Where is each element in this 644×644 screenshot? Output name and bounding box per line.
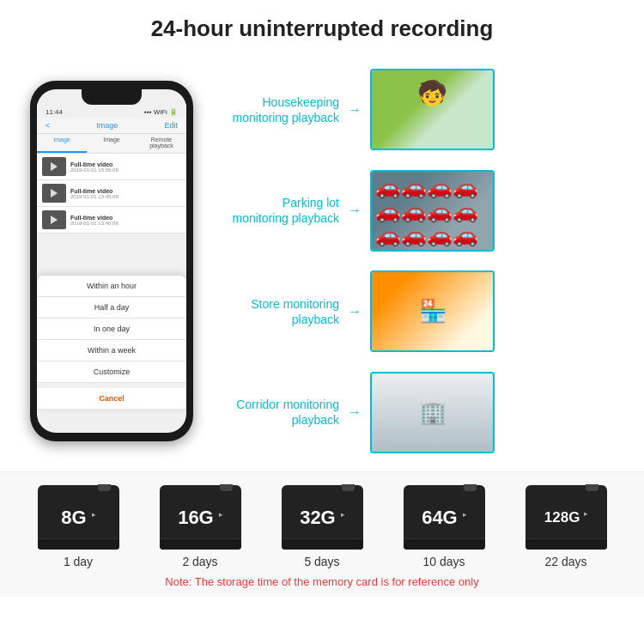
sd-card-64g: 64G ▸: [404, 485, 485, 550]
monitoring-label-store: Store monitoringplayback: [215, 296, 339, 327]
list-text-3: Full-time video 2019-01-01 13:40:08: [70, 215, 181, 226]
sd-label-16g: 16G ▸: [178, 507, 222, 529]
dropdown-cancel[interactable]: Cancel: [37, 383, 186, 409]
list-date-2: 2019-01-01 13:45:08: [70, 194, 181, 199]
monitoring-row-parking: Parking lotmonitoring playback → 🚗🚗🚗🚗🚗🚗🚗…: [215, 170, 627, 252]
thumb-1: [42, 157, 66, 176]
page-title: 24-hour uninterrupted recording: [0, 0, 644, 51]
dropdown-customize[interactable]: Customize: [37, 361, 186, 383]
phone-nav-bar: < Image Edit: [37, 118, 186, 134]
sd-label-32g: 32G ▸: [300, 507, 344, 529]
sd-label-64g: 64G ▸: [422, 507, 466, 529]
list-item-3: Full-time video 2019-01-01 13:40:08: [37, 207, 186, 234]
monitoring-row-store: Store monitoringplayback → 🏪: [215, 270, 627, 352]
sd-card-item-128g: 128G ▸ 22 days: [526, 485, 607, 568]
sd-card-16g: 16G ▸: [160, 485, 241, 550]
sd-label-8g: 8G ▸: [61, 507, 94, 529]
phone-time: 11:44: [46, 108, 63, 116]
list-date-3: 2019-01-01 13:40:08: [70, 221, 181, 226]
sd-days-64g: 10 days: [422, 555, 465, 568]
img-housekeeping-visual: [372, 70, 493, 149]
monitoring-arrow-parking: →: [348, 203, 361, 218]
monitoring-arrow-corridor: →: [348, 404, 361, 420]
tab-remote-playback[interactable]: Remote playback: [137, 134, 186, 153]
play-icon-2: [51, 189, 58, 197]
monitoring-img-corridor: 🏢: [370, 372, 495, 453]
list-title-1: Full-time video: [70, 161, 181, 167]
dropdown-within-hour[interactable]: Within an hour: [37, 276, 186, 297]
play-icon-3: [51, 216, 58, 224]
play-icon-1: [51, 162, 58, 171]
phone-notch: [82, 89, 142, 105]
list-item-2: Full-time video 2019-01-01 13:45:08: [37, 180, 186, 207]
monitoring-arrow-housekeeping: →: [348, 102, 361, 118]
sd-days-128g: 22 days: [544, 555, 586, 568]
bottom-section: 8G ▸ 1 day 16G ▸ 2 days 32G ▸ 5 days 64G…: [0, 471, 644, 597]
phone-nav-title: Image: [96, 121, 118, 130]
list-text-2: Full-time video 2019-01-01 13:45:08: [70, 188, 181, 199]
tab-image[interactable]: Image: [37, 134, 87, 153]
sd-card-8g: 8G ▸: [38, 485, 119, 550]
phone-section: 11:44 ▪▪▪ WiFi 🔋 < Image Edit Image Imag…: [17, 51, 206, 471]
monitoring-row-housekeeping: Housekeepingmonitoring playback →: [215, 69, 627, 150]
sd-card-item-32g: 32G ▸ 5 days: [282, 485, 363, 568]
monitoring-label-housekeeping: Housekeepingmonitoring playback: [215, 94, 339, 125]
phone-dropdown: Within an hour Half a day In one day Wit…: [37, 276, 186, 409]
img-store-visual: 🏪: [372, 272, 493, 350]
list-title-2: Full-time video: [70, 188, 181, 194]
list-title-3: Full-time video: [70, 215, 181, 221]
monitoring-row-corridor: Corridor monitoringplayback → 🏢: [215, 372, 627, 453]
note-text: Note: The storage time of the memory car…: [17, 575, 627, 588]
list-text-1: Full-time video 2019-01-01 15:55:08: [70, 161, 181, 173]
sd-card-item-8g: 8G ▸ 1 day: [38, 485, 119, 568]
right-section: Housekeepingmonitoring playback → Parkin…: [215, 51, 627, 471]
phone-nav-back[interactable]: <: [46, 121, 50, 130]
img-corridor-visual: 🏢: [372, 374, 493, 452]
thumb-2: [42, 184, 66, 203]
tab-image2[interactable]: Image: [87, 134, 137, 153]
sd-cards-row: 8G ▸ 1 day 16G ▸ 2 days 32G ▸ 5 days 64G…: [17, 485, 627, 568]
monitoring-img-parking: 🚗🚗🚗🚗🚗🚗🚗🚗🚗🚗🚗🚗: [370, 170, 495, 252]
sd-label-128g: 128G ▸: [544, 509, 587, 526]
sd-days-8g: 1 day: [64, 555, 93, 568]
monitoring-img-store: 🏪: [370, 270, 495, 352]
sd-card-32g: 32G ▸: [282, 485, 363, 550]
sd-card-128g: 128G ▸: [526, 485, 607, 550]
img-parking-visual: 🚗🚗🚗🚗🚗🚗🚗🚗🚗🚗🚗🚗: [372, 172, 493, 250]
monitoring-label-parking: Parking lotmonitoring playback: [215, 195, 339, 226]
main-content: 11:44 ▪▪▪ WiFi 🔋 < Image Edit Image Imag…: [0, 51, 644, 471]
thumb-3: [42, 210, 66, 229]
sd-card-item-64g: 64G ▸ 10 days: [404, 485, 485, 568]
sd-days-32g: 5 days: [304, 555, 339, 568]
phone-signal: ▪▪▪ WiFi 🔋: [144, 108, 178, 116]
phone-status-bar: 11:44 ▪▪▪ WiFi 🔋: [37, 103, 186, 118]
list-item-1: Full-time video 2019-01-01 15:55:08: [37, 154, 186, 180]
list-date-1: 2019-01-01 15:55:08: [70, 167, 181, 173]
phone-screen: 11:44 ▪▪▪ WiFi 🔋 < Image Edit Image Imag…: [37, 89, 186, 433]
phone-nav-edit[interactable]: Edit: [164, 121, 178, 130]
dropdown-half-day[interactable]: Half a day: [37, 297, 186, 319]
sd-card-item-16g: 16G ▸ 2 days: [160, 485, 241, 568]
phone-tabs: Image Image Remote playback: [37, 134, 186, 154]
monitoring-label-corridor: Corridor monitoringplayback: [215, 397, 339, 428]
dropdown-in-one-day[interactable]: In one day: [37, 319, 186, 340]
monitoring-arrow-store: →: [348, 304, 361, 319]
phone-outer: 11:44 ▪▪▪ WiFi 🔋 < Image Edit Image Imag…: [30, 81, 193, 441]
sd-days-16g: 2 days: [182, 555, 217, 568]
monitoring-img-housekeeping: [370, 69, 495, 150]
dropdown-within-week[interactable]: Within a week: [37, 340, 186, 361]
